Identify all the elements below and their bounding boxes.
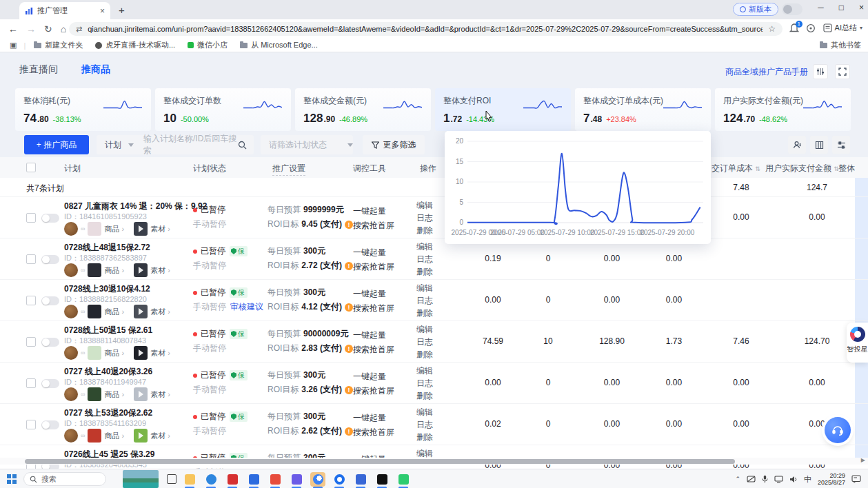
material-thumbnail[interactable] — [134, 346, 148, 360]
product-thumbnail[interactable] — [88, 429, 101, 443]
start-button[interactable] — [7, 474, 17, 484]
tool-link[interactable]: 一键起量 — [353, 328, 394, 343]
row-toggle[interactable] — [41, 420, 59, 429]
op-link[interactable]: 删除 — [416, 307, 433, 319]
warning-icon[interactable]: ! — [345, 427, 353, 436]
bookmark-item[interactable]: 虎牙直播-技术驱动... — [95, 40, 175, 50]
taskbar-app-green-app[interactable] — [396, 472, 411, 487]
op-link[interactable]: 删除 — [416, 224, 433, 236]
op-link[interactable]: 编辑 — [416, 241, 433, 253]
op-link[interactable]: 删除 — [416, 348, 433, 360]
back-button[interactable]: ← — [8, 23, 18, 34]
taskbar-app-purple-app[interactable] — [289, 472, 304, 487]
metric-card[interactable]: 整体成交订单数10-50.00% — [155, 88, 291, 131]
tray-expand-icon[interactable]: ⌃ — [735, 476, 740, 482]
op-link[interactable]: 日志 — [416, 336, 433, 348]
forward-button[interactable]: → — [26, 23, 36, 34]
col-overall-partial[interactable]: 整体 — [838, 163, 855, 174]
row-checkbox[interactable] — [26, 296, 36, 305]
extensions-icon[interactable] — [806, 23, 816, 33]
material-link[interactable]: 素材 › — [150, 224, 170, 234]
row-checkbox[interactable] — [26, 337, 36, 347]
col-order-cost[interactable]: 交订单成本 ⇅ — [711, 163, 760, 174]
tool-link[interactable]: 搜索抢首屏 — [353, 343, 394, 357]
review-suggestion-link[interactable]: 审核建议 — [230, 302, 263, 312]
col-tools[interactable]: 调控工具 — [353, 163, 386, 174]
product-thumbnail[interactable] — [88, 305, 101, 318]
touchpad-icon[interactable] — [747, 476, 756, 482]
new-version-button[interactable]: 新版本 — [733, 3, 778, 16]
row-toggle[interactable] — [41, 379, 59, 388]
warning-icon[interactable]: ! — [345, 221, 353, 229]
product-link[interactable]: 商品 › — [104, 265, 124, 276]
taskbar-app-blue-app[interactable] — [353, 472, 368, 487]
horizontal-scrollbar[interactable]: ▶ — [0, 458, 868, 465]
help-button[interactable] — [825, 417, 851, 443]
product-link[interactable]: 商品 › — [104, 348, 124, 358]
scroll-right-arrow[interactable]: ▶ — [861, 457, 865, 463]
more-filter-button[interactable]: 更多筛选 — [363, 135, 425, 154]
product-thumbnail[interactable] — [88, 346, 101, 360]
material-thumbnail[interactable] — [134, 222, 148, 236]
tab-promote-liveroom[interactable]: 推直播间 — [19, 63, 58, 76]
tool-link[interactable]: 搜索抢首屏 — [353, 384, 394, 398]
other-bookmarks-button[interactable]: 其他书签 — [820, 40, 861, 50]
network-display-icon[interactable] — [774, 476, 783, 483]
material-thumbnail[interactable] — [134, 263, 148, 277]
tool-link[interactable]: 搜索抢首屏 — [353, 301, 394, 316]
metric-card[interactable]: 整体支付ROI1.72-14.43% — [435, 88, 571, 131]
notification-extension-icon[interactable]: 1 — [789, 23, 799, 33]
tab-close-icon[interactable]: × — [100, 6, 105, 16]
taskbar-app-outlook[interactable] — [246, 472, 261, 487]
col-status[interactable]: 计划状态 — [193, 163, 226, 174]
op-link[interactable]: 编辑 — [416, 323, 433, 336]
warning-icon[interactable]: ! — [345, 303, 353, 312]
row-checkbox[interactable] — [26, 378, 36, 388]
window-minimize-button[interactable]: ─ — [818, 3, 824, 12]
tool-link[interactable]: 一键起量 — [353, 369, 394, 384]
new-tab-button[interactable]: + — [119, 4, 125, 16]
warning-icon[interactable]: ! — [345, 262, 353, 270]
product-link[interactable]: 商品 › — [104, 307, 124, 317]
window-close-button[interactable]: × — [859, 3, 864, 12]
warning-icon[interactable]: ! — [345, 386, 353, 394]
product-link[interactable]: 商品 › — [104, 224, 124, 234]
search-input[interactable]: 输入计划名称/ID后回车搜索 — [143, 133, 238, 156]
product-thumbnail[interactable] — [88, 263, 101, 277]
tool-link[interactable]: 搜索抢首屏 — [353, 218, 394, 233]
site-info-icon[interactable]: ⇄ — [76, 25, 82, 34]
bookmark-item[interactable]: 从 Microsoft Edge... — [240, 40, 318, 50]
op-link[interactable]: 日志 — [416, 212, 433, 224]
row-toggle[interactable] — [41, 338, 59, 347]
op-link[interactable]: 编辑 — [416, 282, 433, 294]
ime-indicator[interactable]: 中 — [804, 474, 811, 485]
side-panel-icon[interactable]: ▣ — [10, 41, 17, 50]
material-link[interactable]: 素材 › — [150, 265, 170, 276]
op-link[interactable]: 删除 — [416, 389, 433, 402]
product-link[interactable]: 商品 › — [104, 431, 124, 441]
taskbar-app-wps[interactable] — [268, 472, 283, 487]
microphone-icon[interactable] — [762, 475, 768, 483]
op-link[interactable]: 日志 — [416, 253, 433, 265]
metric-card[interactable]: 整体消耗(元)74.80-38.13% — [15, 88, 151, 131]
bookmark-item[interactable]: 新建文件夹 — [34, 40, 83, 50]
material-link[interactable]: 素材 › — [150, 348, 170, 358]
tab-promote-product[interactable]: 推商品 — [81, 63, 110, 76]
col-user-pay[interactable]: 用户实际支付金额 ⇅ — [765, 163, 839, 174]
op-link[interactable]: 删除 — [416, 265, 433, 278]
clock[interactable]: 20:29 2025/8/27 — [818, 472, 845, 486]
taskbar-app-explorer[interactable] — [182, 472, 197, 487]
product-manual-link[interactable]: 商品全域推广产品手册 — [725, 67, 808, 77]
op-link[interactable]: 编辑 — [416, 365, 433, 377]
search-icon[interactable] — [238, 141, 247, 150]
material-link[interactable]: 素材 › — [150, 307, 170, 317]
scrollbar-thumb[interactable] — [25, 459, 735, 464]
op-link[interactable]: 编辑 — [416, 406, 433, 418]
taskbar-search[interactable]: 搜索 — [23, 472, 106, 486]
op-link[interactable]: 编辑 — [416, 199, 433, 212]
row-toggle[interactable] — [41, 255, 59, 264]
bookmark-item[interactable]: 微信小店 — [188, 40, 228, 50]
tool-link[interactable]: 一键起量 — [353, 287, 394, 301]
col-ops[interactable]: 操作 — [420, 163, 436, 174]
plan-status-select[interactable]: 请筛选计划状态 — [261, 135, 353, 154]
